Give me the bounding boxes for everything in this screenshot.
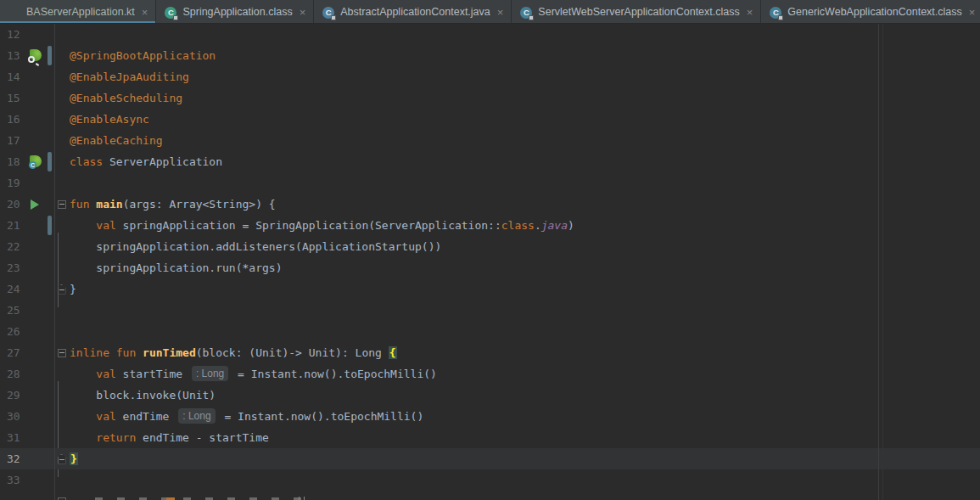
gutter-icon-column bbox=[25, 130, 44, 151]
vcs-change-marker[interactable] bbox=[48, 216, 52, 235]
vcs-column bbox=[44, 448, 54, 469]
fold-column bbox=[54, 66, 68, 87]
close-tab-icon[interactable]: × bbox=[142, 7, 148, 18]
line-number: 29 bbox=[0, 385, 25, 406]
code-text: inline fun runTimed(block: (Unit)-> Unit… bbox=[68, 342, 980, 363]
vcs-column bbox=[44, 257, 54, 278]
gutter-icon-column bbox=[25, 300, 44, 321]
code-editor[interactable]: 1213@SpringBootApplication14@EnableJpaAu… bbox=[0, 24, 980, 500]
spring-boot-run-icon[interactable] bbox=[28, 49, 42, 63]
gutter-icon-column bbox=[25, 469, 44, 491]
code-line: 13@SpringBootApplication bbox=[0, 45, 980, 66]
code-text: } bbox=[68, 278, 980, 300]
fold-end-icon[interactable] bbox=[58, 454, 66, 464]
code-text: @EnableCaching bbox=[68, 130, 980, 151]
vcs-column bbox=[44, 363, 54, 385]
gutter-icon-column bbox=[25, 215, 44, 236]
run-icon[interactable] bbox=[31, 199, 39, 210]
fold-column bbox=[54, 363, 68, 385]
code-line: 28 val startTime : Long = Instant.now().… bbox=[0, 363, 980, 385]
code-text bbox=[68, 321, 980, 342]
gutter-icon-column bbox=[25, 278, 44, 300]
close-tab-icon[interactable]: × bbox=[497, 7, 504, 18]
vcs-column bbox=[44, 278, 54, 300]
code-line: 14@EnableJpaAuditing bbox=[0, 66, 980, 87]
gutter-icon-column bbox=[25, 66, 44, 87]
close-tab-icon[interactable]: × bbox=[300, 7, 306, 18]
editor-tab[interactable]: CSpringApplication.class× bbox=[156, 0, 314, 24]
gutter-icon-column bbox=[25, 448, 44, 469]
gutter-icon-column bbox=[25, 427, 44, 448]
line-number: 30 bbox=[0, 406, 25, 427]
gutter-icon-column bbox=[25, 491, 44, 500]
fold-column bbox=[54, 24, 68, 45]
class-icon: C bbox=[770, 6, 782, 19]
code-text: fun main(args: Array<String>) { bbox=[68, 194, 980, 215]
line-number: 15 bbox=[0, 87, 25, 109]
vcs-column bbox=[44, 130, 54, 151]
code-line: 20fun main(args: Array<String>) { bbox=[0, 194, 980, 215]
code-text bbox=[68, 24, 980, 45]
code-text: val endTime : Long = Instant.now().toEpo… bbox=[68, 406, 980, 427]
gutter-icon-column bbox=[25, 321, 44, 342]
close-tab-icon[interactable]: × bbox=[747, 7, 753, 18]
code-text bbox=[68, 469, 980, 491]
editor-tab[interactable]: CGenericWebApplicationContext.class× bbox=[761, 0, 980, 24]
line-number: 26 bbox=[0, 321, 25, 342]
close-tab-icon[interactable]: × bbox=[969, 7, 976, 18]
code-line: 15@EnableScheduling bbox=[0, 87, 980, 109]
line-number: 21 bbox=[0, 215, 25, 236]
code-line: 12 bbox=[0, 24, 980, 45]
line-number: 23 bbox=[0, 257, 25, 278]
code-line: 16@EnableAsync bbox=[0, 109, 980, 130]
vcs-column bbox=[44, 109, 54, 130]
gutter-icon-column bbox=[25, 24, 44, 45]
code-text: val springApplication = SpringApplicatio… bbox=[68, 215, 980, 236]
line-number: 31 bbox=[0, 427, 25, 448]
vcs-column bbox=[44, 172, 54, 194]
gutter-icon-column bbox=[25, 194, 44, 215]
class-icon: C bbox=[165, 6, 177, 19]
tab-label: BAServerApplication.kt bbox=[26, 6, 135, 18]
fold-collapse-icon[interactable] bbox=[58, 349, 66, 357]
editor-tab[interactable]: BAServerApplication.kt× bbox=[0, 0, 156, 24]
line-number: 25 bbox=[0, 300, 25, 321]
code-text: springApplication.run(*args) bbox=[68, 257, 980, 278]
vcs-column bbox=[44, 385, 54, 406]
fold-end-icon[interactable] bbox=[58, 284, 66, 295]
gutter-icon-column bbox=[25, 172, 44, 194]
vcs-change-marker[interactable] bbox=[48, 46, 52, 65]
lock-badge-icon bbox=[778, 15, 783, 20]
right-margin-guide bbox=[878, 24, 879, 500]
fold-column bbox=[54, 342, 68, 363]
code-text: return endTime - startTime bbox=[68, 427, 980, 448]
vcs-column bbox=[44, 215, 54, 236]
gutter-icon-column bbox=[25, 406, 44, 427]
tab-label: SpringApplication.class bbox=[182, 6, 292, 18]
vcs-column bbox=[44, 151, 54, 172]
editor-tab[interactable]: CAbstractApplicationContext.java× bbox=[314, 0, 512, 24]
lock-badge-icon bbox=[529, 15, 534, 20]
line-number: 16 bbox=[0, 109, 25, 130]
tab-label: GenericWebApplicationContext.class bbox=[787, 6, 961, 18]
code-line: 27inline fun runTimed(block: (Unit)-> Un… bbox=[0, 342, 980, 363]
fold-column bbox=[54, 300, 68, 321]
vcs-column bbox=[44, 469, 54, 491]
lock-badge-icon bbox=[173, 15, 178, 20]
editor-tab-bar: BAServerApplication.kt×CSpringApplicatio… bbox=[0, 0, 980, 24]
line-number: 18 bbox=[0, 151, 25, 172]
vcs-column bbox=[44, 66, 54, 87]
gutter-icon-column bbox=[25, 342, 44, 363]
gutter-icon-column bbox=[25, 109, 44, 130]
editor-rows: 1213@SpringBootApplication14@EnableJpaAu… bbox=[0, 24, 980, 500]
spring-bean-icon[interactable]: C bbox=[28, 155, 42, 169]
fold-collapse-icon[interactable] bbox=[58, 200, 66, 209]
editor-tab[interactable]: CServletWebServerApplicationContext.clas… bbox=[512, 0, 761, 24]
code-line: 29 block.invoke(Unit) bbox=[0, 385, 980, 406]
line-number: 17 bbox=[0, 130, 25, 151]
fold-collapse-icon[interactable] bbox=[58, 497, 66, 500]
line-number: 24 bbox=[0, 278, 25, 300]
vcs-change-marker[interactable] bbox=[48, 152, 52, 171]
gutter-icon-column bbox=[25, 87, 44, 109]
line-number: 12 bbox=[0, 24, 25, 45]
